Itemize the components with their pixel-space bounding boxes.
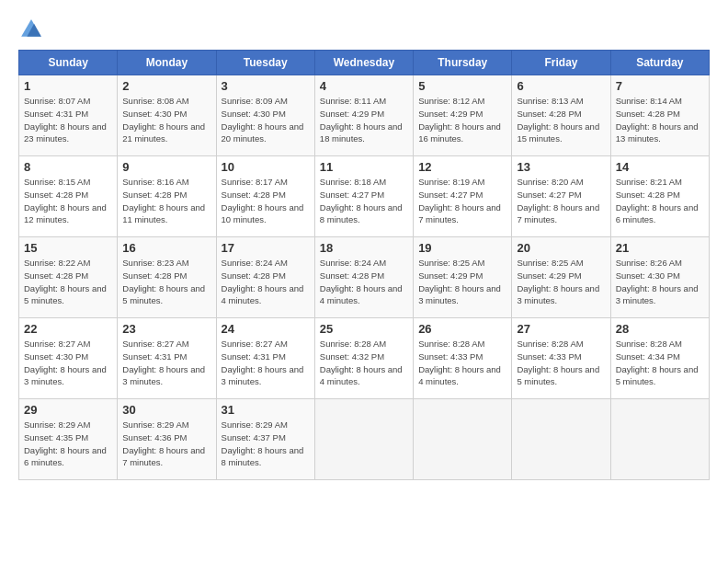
- weekday-header-thursday: Thursday: [414, 51, 512, 75]
- day-number: 9: [122, 160, 210, 174]
- day-number: 8: [24, 160, 112, 174]
- day-info: Sunrise: 8:19 AM Sunset: 4:27 PM Dayligh…: [418, 176, 506, 226]
- day-number: 23: [122, 322, 210, 336]
- day-info: Sunrise: 8:29 AM Sunset: 4:36 PM Dayligh…: [122, 419, 210, 469]
- calendar-cell: 3Sunrise: 8:09 AM Sunset: 4:30 PM Daylig…: [216, 75, 314, 156]
- day-info: Sunrise: 8:08 AM Sunset: 4:30 PM Dayligh…: [122, 95, 210, 145]
- day-info: Sunrise: 8:25 AM Sunset: 4:29 PM Dayligh…: [517, 257, 605, 307]
- day-number: 30: [122, 403, 210, 417]
- day-info: Sunrise: 8:28 AM Sunset: 4:33 PM Dayligh…: [517, 338, 605, 388]
- calendar-cell: 15Sunrise: 8:22 AM Sunset: 4:28 PM Dayli…: [19, 237, 118, 318]
- day-info: Sunrise: 8:22 AM Sunset: 4:28 PM Dayligh…: [24, 257, 112, 307]
- day-info: Sunrise: 8:21 AM Sunset: 4:28 PM Dayligh…: [616, 176, 704, 226]
- calendar-cell: 26Sunrise: 8:28 AM Sunset: 4:33 PM Dayli…: [414, 318, 512, 399]
- day-number: 28: [616, 322, 704, 336]
- day-info: Sunrise: 8:13 AM Sunset: 4:28 PM Dayligh…: [517, 95, 605, 145]
- calendar-cell: 12Sunrise: 8:19 AM Sunset: 4:27 PM Dayli…: [414, 156, 512, 237]
- calendar-cell: [512, 399, 610, 480]
- day-number: 27: [517, 322, 605, 336]
- weekday-header-friday: Friday: [512, 51, 610, 75]
- day-info: Sunrise: 8:27 AM Sunset: 4:31 PM Dayligh…: [122, 338, 210, 388]
- day-info: Sunrise: 8:11 AM Sunset: 4:29 PM Dayligh…: [320, 95, 408, 145]
- weekday-header-wednesday: Wednesday: [314, 51, 413, 75]
- calendar-cell: 5Sunrise: 8:12 AM Sunset: 4:29 PM Daylig…: [414, 75, 512, 156]
- day-info: Sunrise: 8:15 AM Sunset: 4:28 PM Dayligh…: [24, 176, 112, 226]
- weekday-header-row: SundayMondayTuesdayWednesdayThursdayFrid…: [19, 51, 710, 75]
- calendar-week-row: 1Sunrise: 8:07 AM Sunset: 4:31 PM Daylig…: [19, 75, 710, 156]
- calendar-cell: 22Sunrise: 8:27 AM Sunset: 4:30 PM Dayli…: [19, 318, 118, 399]
- day-info: Sunrise: 8:25 AM Sunset: 4:29 PM Dayligh…: [418, 257, 506, 307]
- day-number: 13: [517, 160, 605, 174]
- day-number: 20: [517, 241, 605, 255]
- day-number: 19: [418, 241, 506, 255]
- day-info: Sunrise: 8:27 AM Sunset: 4:30 PM Dayligh…: [24, 338, 112, 388]
- day-info: Sunrise: 8:28 AM Sunset: 4:34 PM Dayligh…: [616, 338, 704, 388]
- day-number: 14: [616, 160, 704, 174]
- weekday-header-sunday: Sunday: [19, 51, 118, 75]
- calendar-cell: 18Sunrise: 8:24 AM Sunset: 4:28 PM Dayli…: [314, 237, 413, 318]
- day-info: Sunrise: 8:29 AM Sunset: 4:35 PM Dayligh…: [24, 419, 112, 469]
- calendar-cell: 8Sunrise: 8:15 AM Sunset: 4:28 PM Daylig…: [19, 156, 118, 237]
- calendar-cell: 4Sunrise: 8:11 AM Sunset: 4:29 PM Daylig…: [314, 75, 413, 156]
- day-info: Sunrise: 8:28 AM Sunset: 4:33 PM Dayligh…: [418, 338, 506, 388]
- day-number: 24: [222, 322, 310, 336]
- calendar-cell: 31Sunrise: 8:29 AM Sunset: 4:37 PM Dayli…: [216, 399, 314, 480]
- day-info: Sunrise: 8:17 AM Sunset: 4:28 PM Dayligh…: [222, 176, 310, 226]
- page: SundayMondayTuesdayWednesdayThursdayFrid…: [0, 0, 728, 563]
- calendar-cell: 24Sunrise: 8:27 AM Sunset: 4:31 PM Dayli…: [216, 318, 314, 399]
- calendar-week-row: 22Sunrise: 8:27 AM Sunset: 4:30 PM Dayli…: [19, 318, 710, 399]
- calendar-cell: 2Sunrise: 8:08 AM Sunset: 4:30 PM Daylig…: [118, 75, 216, 156]
- calendar-cell: [610, 399, 709, 480]
- day-number: 3: [222, 79, 310, 93]
- day-info: Sunrise: 8:09 AM Sunset: 4:30 PM Dayligh…: [222, 95, 310, 145]
- day-number: 11: [320, 160, 408, 174]
- calendar-week-row: 29Sunrise: 8:29 AM Sunset: 4:35 PM Dayli…: [19, 399, 710, 480]
- header: [18, 17, 710, 42]
- weekday-header-tuesday: Tuesday: [216, 51, 314, 75]
- calendar-cell: 9Sunrise: 8:16 AM Sunset: 4:28 PM Daylig…: [118, 156, 216, 237]
- day-number: 5: [418, 79, 506, 93]
- calendar-cell: 14Sunrise: 8:21 AM Sunset: 4:28 PM Dayli…: [610, 156, 709, 237]
- day-number: 17: [222, 241, 310, 255]
- logo: [18, 17, 48, 42]
- day-number: 4: [320, 79, 408, 93]
- calendar-cell: 13Sunrise: 8:20 AM Sunset: 4:27 PM Dayli…: [512, 156, 610, 237]
- calendar-cell: 17Sunrise: 8:24 AM Sunset: 4:28 PM Dayli…: [216, 237, 314, 318]
- calendar-cell: 11Sunrise: 8:18 AM Sunset: 4:27 PM Dayli…: [314, 156, 413, 237]
- calendar-cell: 6Sunrise: 8:13 AM Sunset: 4:28 PM Daylig…: [512, 75, 610, 156]
- day-number: 16: [122, 241, 210, 255]
- day-number: 21: [616, 241, 704, 255]
- day-number: 18: [320, 241, 408, 255]
- day-info: Sunrise: 8:26 AM Sunset: 4:30 PM Dayligh…: [616, 257, 704, 307]
- calendar-table: SundayMondayTuesdayWednesdayThursdayFrid…: [18, 50, 710, 480]
- day-info: Sunrise: 8:27 AM Sunset: 4:31 PM Dayligh…: [222, 338, 310, 388]
- calendar-cell: [314, 399, 413, 480]
- day-number: 25: [320, 322, 408, 336]
- calendar-cell: 27Sunrise: 8:28 AM Sunset: 4:33 PM Dayli…: [512, 318, 610, 399]
- day-number: 10: [222, 160, 310, 174]
- day-number: 31: [222, 403, 310, 417]
- calendar-cell: 25Sunrise: 8:28 AM Sunset: 4:32 PM Dayli…: [314, 318, 413, 399]
- weekday-header-monday: Monday: [118, 51, 216, 75]
- day-info: Sunrise: 8:18 AM Sunset: 4:27 PM Dayligh…: [320, 176, 408, 226]
- day-number: 2: [122, 79, 210, 93]
- day-number: 15: [24, 241, 112, 255]
- day-number: 22: [24, 322, 112, 336]
- day-info: Sunrise: 8:29 AM Sunset: 4:37 PM Dayligh…: [222, 419, 310, 469]
- calendar-cell: 10Sunrise: 8:17 AM Sunset: 4:28 PM Dayli…: [216, 156, 314, 237]
- day-info: Sunrise: 8:24 AM Sunset: 4:28 PM Dayligh…: [320, 257, 408, 307]
- day-number: 1: [24, 79, 112, 93]
- day-info: Sunrise: 8:14 AM Sunset: 4:28 PM Dayligh…: [616, 95, 704, 145]
- calendar-cell: 29Sunrise: 8:29 AM Sunset: 4:35 PM Dayli…: [19, 399, 118, 480]
- day-info: Sunrise: 8:16 AM Sunset: 4:28 PM Dayligh…: [122, 176, 210, 226]
- weekday-header-saturday: Saturday: [610, 51, 709, 75]
- calendar-cell: 23Sunrise: 8:27 AM Sunset: 4:31 PM Dayli…: [118, 318, 216, 399]
- logo-icon: [18, 17, 44, 42]
- day-number: 26: [418, 322, 506, 336]
- calendar-cell: 21Sunrise: 8:26 AM Sunset: 4:30 PM Dayli…: [610, 237, 709, 318]
- calendar-week-row: 15Sunrise: 8:22 AM Sunset: 4:28 PM Dayli…: [19, 237, 710, 318]
- day-info: Sunrise: 8:23 AM Sunset: 4:28 PM Dayligh…: [122, 257, 210, 307]
- day-number: 7: [616, 79, 704, 93]
- calendar-cell: 20Sunrise: 8:25 AM Sunset: 4:29 PM Dayli…: [512, 237, 610, 318]
- day-number: 12: [418, 160, 506, 174]
